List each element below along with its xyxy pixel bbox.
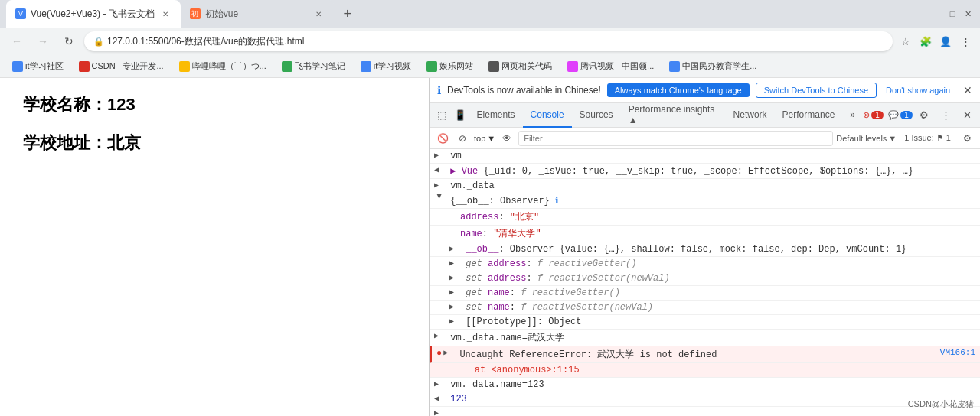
bookmark-8[interactable]: 腾讯视频 - 中国领...: [561, 59, 660, 73]
switch-devtools-lang-btn[interactable]: Switch DevTools to Chinese: [756, 83, 877, 98]
console-line-1: ▶ vm: [430, 149, 980, 164]
bm5-label: it学习视频: [374, 60, 412, 72]
close-win-btn[interactable]: ✕: [962, 8, 974, 20]
settings-icon[interactable]: ⋮: [957, 33, 974, 50]
expand-arrow-2[interactable]: ◀: [434, 165, 445, 174]
refresh-btn[interactable]: ↻: [58, 31, 80, 52]
console-line-13: ▶ vm._data.name=武汉大学: [430, 330, 980, 346]
extension-puzzle-icon[interactable]: 🧩: [917, 33, 934, 50]
tab-network[interactable]: Network: [726, 103, 775, 128]
school-address-heading: 学校地址：北京: [23, 132, 406, 154]
console-output: ▶ vm ◀ ▶ Vue {_uid: 0, _isVue: true, __v…: [430, 149, 980, 416]
expand-arrow-14[interactable]: ▶: [434, 379, 445, 388]
bookmark-4[interactable]: 飞书学习笔记: [276, 59, 351, 73]
tab2-close-btn[interactable]: ✕: [312, 8, 325, 20]
tab-close-btn[interactable]: ✕: [159, 8, 172, 20]
bm4-label: 飞书学习笔记: [295, 60, 345, 72]
minimize-btn[interactable]: —: [931, 8, 943, 20]
console-line-6: name: "清华大学": [430, 226, 980, 242]
console-line-10: ▶ get name: f reactiveGetter(): [430, 286, 980, 301]
bookmark-2[interactable]: CSDN - 专业开发...: [73, 59, 170, 73]
address-input[interactable]: 🔒 127.0.0.1:5500/06-数据代理/vue的数据代理.html: [84, 31, 893, 51]
bm8-label: 腾讯视频 - 中国领...: [580, 60, 654, 72]
context-arrow: ▼: [487, 134, 495, 143]
expand-arrow-10[interactable]: ▶: [449, 288, 460, 297]
forward-btn[interactable]: →: [32, 31, 54, 52]
error-count-badge: 1: [871, 111, 884, 119]
bm1-label: it学习社区: [25, 60, 64, 72]
bookmark-3[interactable]: 哔哩哔哩（`-`）つ...: [173, 59, 273, 73]
school-name-value: 123: [107, 95, 136, 114]
error-circle-icon: ●: [436, 348, 442, 359]
tab-bar: V Vue(Vue2+Vue3) - 飞书云文档 ✕ 初 初始vue ✕ + —…: [0, 0, 980, 28]
console-filter-icon[interactable]: ⊘: [454, 130, 471, 147]
dt-close-icon[interactable]: ✕: [957, 106, 977, 125]
bookmark-star-icon[interactable]: ☆: [897, 33, 914, 50]
console-text-error: Uncaught ReferenceError: 武汉大学 is not def…: [454, 348, 940, 361]
issues-text: 1 Issue: ⚑ 1: [904, 133, 951, 143]
expand-arrow-11[interactable]: ▶: [449, 302, 460, 311]
bm3-icon: [179, 61, 190, 72]
default-levels-dropdown[interactable]: Default levels ▼: [836, 134, 897, 143]
maximize-btn[interactable]: □: [946, 8, 959, 20]
profile-icon[interactable]: 👤: [937, 33, 954, 50]
expand-arrow-12[interactable]: ▶: [449, 317, 460, 326]
tab-elements[interactable]: Elements: [469, 103, 523, 128]
context-selector[interactable]: top ▼: [474, 134, 495, 143]
dt-settings-icon[interactable]: ⚙: [914, 106, 934, 125]
expand-arrow-3[interactable]: ▶: [434, 180, 445, 190]
always-match-lang-btn[interactable]: Always match Chrome's language: [607, 83, 750, 97]
console-eye-icon[interactable]: 👁: [498, 130, 515, 147]
address-bar: ← → ↻ 🔒 127.0.0.1:5500/06-数据代理/vue的数据代理.…: [0, 28, 980, 55]
bookmark-5[interactable]: it学习视频: [354, 59, 418, 73]
console-text-7: __ob__: Observer {value: {…}, shallow: f…: [460, 244, 975, 255]
dt-more-icon[interactable]: ⋮: [936, 106, 956, 125]
dont-show-again-link[interactable]: Don't show again: [886, 86, 950, 95]
console-text-prompt[interactable]: [445, 408, 975, 416]
console-text-1: vm: [445, 151, 975, 161]
page-content: 学校名称：123 学校地址：北京: [0, 78, 429, 416]
bookmark-6[interactable]: 娱乐网站: [420, 59, 479, 73]
tab-active[interactable]: V Vue(Vue2+Vue3) - 飞书云文档 ✕: [6, 0, 181, 28]
console-filter-input[interactable]: [518, 131, 833, 146]
console-text-6: name: "清华大学": [460, 227, 975, 240]
console-line-prompt: ▶: [430, 407, 980, 416]
error-file-link[interactable]: VM166:1: [940, 348, 975, 357]
console-clear-icon[interactable]: 🚫: [434, 130, 451, 147]
new-tab-btn[interactable]: +: [337, 3, 358, 24]
school-name-heading: 学校名称：123: [23, 93, 406, 116]
tab-favicon: V: [15, 8, 26, 19]
devtools-inspect-icon[interactable]: ⬚: [433, 106, 451, 125]
warning-icon: 💬: [888, 110, 899, 120]
devtools-device-icon[interactable]: 📱: [451, 106, 469, 125]
tab-performance[interactable]: Performance: [775, 103, 843, 128]
tab-more[interactable]: »: [842, 103, 863, 128]
expand-arrow-13[interactable]: ▶: [434, 331, 445, 340]
bookmark-9[interactable]: 中国民办教育学生...: [663, 59, 763, 73]
tab-performance-insights[interactable]: Performance insights ▲: [621, 103, 726, 128]
tab-inactive[interactable]: 初 初始vue ✕: [181, 0, 334, 28]
bookmark-1[interactable]: it学习社区: [6, 59, 70, 73]
console-text-13: vm._data.name=武汉大学: [445, 331, 975, 344]
tab-console[interactable]: Console: [523, 103, 572, 128]
console-text-12: [[Prototype]]: Object: [460, 317, 975, 327]
win-controls: — □ ✕: [931, 8, 974, 20]
issues-badge[interactable]: 1 Issue: ⚑ 1: [900, 133, 956, 143]
expand-arrow-8[interactable]: ▶: [449, 258, 460, 268]
bm8-icon: [567, 61, 578, 72]
tab-sources[interactable]: Sources: [572, 103, 621, 128]
back-btn[interactable]: ←: [6, 31, 28, 52]
console-line-5: address: "北京": [430, 209, 980, 226]
banner-close-btn[interactable]: ✕: [963, 84, 972, 96]
devtools-banner: ℹ DevTools is now available in Chinese! …: [430, 78, 980, 103]
devtools-tab-bar: ⬚ 📱 Elements Console Sources Performance…: [430, 103, 980, 128]
expand-arrow-error[interactable]: ▶: [443, 348, 454, 357]
bookmark-7[interactable]: 网页相关代码: [482, 59, 558, 73]
expand-arrow-1[interactable]: ▶: [434, 151, 445, 160]
expand-arrow-9[interactable]: ▶: [449, 273, 460, 282]
console-settings-icon[interactable]: ⚙: [959, 130, 975, 147]
expand-arrow-4[interactable]: ▶: [435, 194, 444, 205]
console-text-10: get name: f reactiveGetter(): [460, 288, 975, 298]
expand-arrow-7[interactable]: ▶: [449, 244, 460, 253]
bm3-label: 哔哩哔哩（`-`）つ...: [192, 60, 266, 72]
